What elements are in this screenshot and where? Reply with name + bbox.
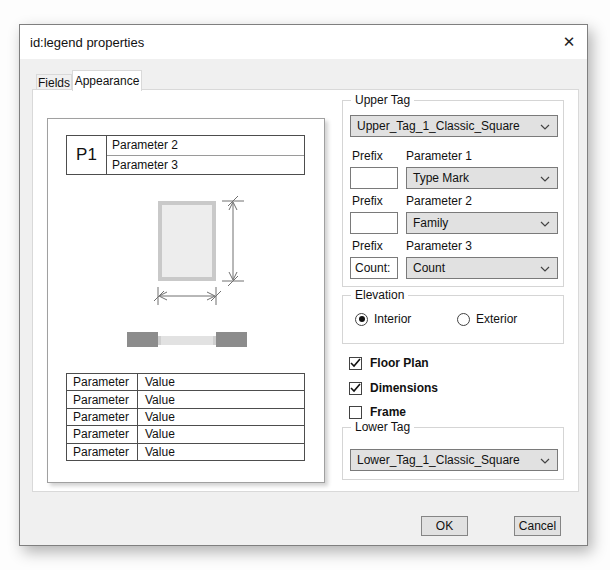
value-cell: Value	[138, 409, 304, 425]
value-cell: Value	[138, 391, 304, 407]
radio-interior-label: Interior	[374, 312, 411, 326]
prefix1-label: Prefix	[352, 149, 383, 163]
prefix2-input[interactable]	[350, 212, 398, 234]
radio-interior[interactable]: Interior	[355, 312, 411, 326]
parameter-value-preview-table: Parameter Value Parameter Value Paramete…	[66, 373, 305, 461]
radio-exterior-label: Exterior	[476, 312, 517, 326]
checkbox-dimensions[interactable]: Dimensions	[349, 381, 438, 395]
checkbox-frame-label: Frame	[370, 405, 406, 419]
upper-tag-group-label: Upper Tag	[351, 93, 414, 107]
lower-tag-group-label: Lower Tag	[351, 420, 414, 434]
elevation-frame-rect	[160, 203, 214, 279]
plan-opening-jamb-left	[158, 336, 161, 345]
plan-wall-right	[216, 332, 247, 347]
checkbox-dimensions-label: Dimensions	[370, 381, 438, 395]
value-cell: Value	[138, 374, 304, 390]
tab-appearance[interactable]: Appearance	[72, 70, 142, 91]
legend-properties-dialog: id:legend properties ✕ Fields Appearance…	[19, 24, 588, 546]
ok-button-label: OK	[436, 519, 453, 533]
check-icon	[350, 383, 361, 393]
parameter1-select[interactable]: Type Mark	[406, 167, 558, 189]
chevron-down-icon	[540, 176, 550, 182]
radio-exterior[interactable]: Exterior	[457, 312, 517, 326]
tab-appearance-label: Appearance	[75, 74, 140, 88]
param-cell: Parameter	[67, 374, 138, 390]
checkbox-floor-plan-label: Floor Plan	[370, 356, 429, 370]
upper-tag-preview-param3: Parameter 3	[107, 156, 304, 175]
param-cell: Parameter	[67, 409, 138, 425]
prefix1-input[interactable]	[350, 167, 398, 189]
upper-tag-selected-value: Upper_Tag_1_Classic_Square	[357, 119, 520, 133]
chevron-down-icon	[540, 221, 550, 227]
upper-tag-preview-param2: Parameter 2	[107, 136, 304, 156]
appearance-tab-panel: P1 Parameter 2 Parameter 3	[32, 89, 579, 492]
vertical-dimension	[222, 196, 244, 286]
radio-dot	[359, 316, 365, 322]
title-bar: id:legend properties ✕	[20, 25, 587, 59]
upper-tag-select[interactable]: Upper_Tag_1_Classic_Square	[350, 115, 558, 137]
value-cell: Value	[138, 426, 304, 442]
table-row: Parameter Value	[67, 374, 304, 391]
lower-tag-group: Lower Tag Lower_Tag_1_Classic_Square	[342, 427, 564, 480]
tab-fields[interactable]: Fields	[36, 74, 72, 90]
prefix2-label: Prefix	[352, 194, 383, 208]
radio-circle	[457, 313, 470, 326]
chevron-down-icon	[540, 266, 550, 272]
tab-fields-label: Fields	[38, 76, 70, 90]
plan-opening	[158, 336, 216, 345]
plan-wall-left	[127, 332, 158, 347]
close-icon: ✕	[563, 33, 576, 51]
checkbox-box	[349, 406, 362, 419]
prefix3-label: Prefix	[352, 239, 383, 253]
cancel-button-label: Cancel	[519, 519, 556, 533]
value-cell: Value	[138, 444, 304, 460]
parameter2-selected-value: Family	[413, 216, 448, 230]
chevron-down-icon	[540, 124, 550, 130]
plan-opening-jamb-right	[213, 336, 216, 345]
checkbox-box	[349, 357, 362, 370]
close-button[interactable]: ✕	[555, 30, 583, 54]
upper-tag-preview-table: P1 Parameter 2 Parameter 3	[66, 135, 305, 175]
radio-circle	[355, 313, 368, 326]
table-row: Parameter Value	[67, 426, 304, 443]
elevation-group-label: Elevation	[351, 288, 408, 302]
table-row: Parameter Value	[67, 391, 304, 408]
parameter1-label: Parameter 1	[406, 149, 472, 163]
horizontal-dimension	[154, 287, 221, 305]
parameter2-select[interactable]: Family	[406, 212, 558, 234]
parameter2-label: Parameter 2	[406, 194, 472, 208]
legend-preview: P1 Parameter 2 Parameter 3	[47, 118, 325, 483]
table-row: Parameter Value	[67, 444, 304, 460]
param-cell: Parameter	[67, 391, 138, 407]
upper-tag-preview-tag: P1	[67, 136, 107, 174]
checkbox-box	[349, 382, 362, 395]
param-cell: Parameter	[67, 426, 138, 442]
prefix3-input[interactable]	[350, 257, 398, 279]
table-row: Parameter Value	[67, 409, 304, 426]
checkbox-frame[interactable]: Frame	[349, 405, 406, 419]
parameter3-selected-value: Count	[413, 261, 445, 275]
upper-tag-group: Upper Tag Upper_Tag_1_Classic_Square Pre…	[342, 100, 564, 287]
parameter3-select[interactable]: Count	[406, 257, 558, 279]
lower-tag-selected-value: Lower_Tag_1_Classic_Square	[357, 453, 520, 467]
checkbox-floor-plan[interactable]: Floor Plan	[349, 356, 429, 370]
parameter3-label: Parameter 3	[406, 239, 472, 253]
lower-tag-select[interactable]: Lower_Tag_1_Classic_Square	[350, 449, 558, 471]
chevron-down-icon	[540, 458, 550, 464]
elevation-group: Elevation Interior Exterior	[342, 295, 564, 344]
floor-plan-dimension-drawing	[48, 179, 326, 354]
dialog-title: id:legend properties	[30, 35, 144, 50]
ok-button[interactable]: OK	[421, 516, 468, 536]
check-icon	[350, 358, 361, 368]
parameter1-selected-value: Type Mark	[413, 171, 469, 185]
cancel-button[interactable]: Cancel	[514, 516, 561, 536]
screen: id:legend properties ✕ Fields Appearance…	[0, 0, 610, 570]
param-cell: Parameter	[67, 444, 138, 460]
